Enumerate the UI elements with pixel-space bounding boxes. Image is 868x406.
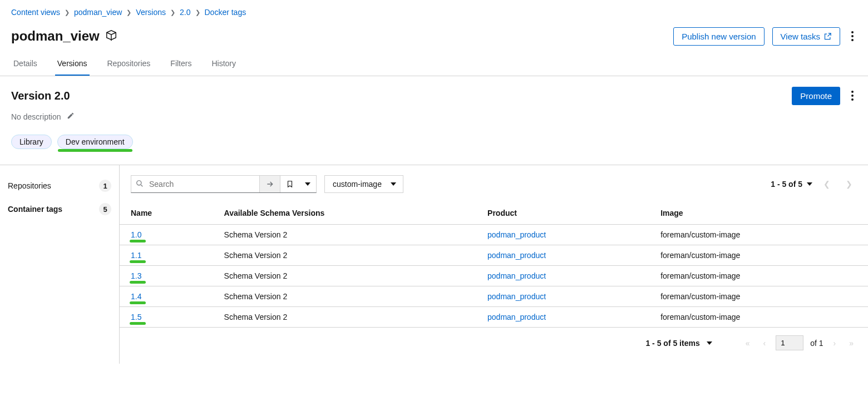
chevron-right-icon: ❯ bbox=[65, 9, 70, 16]
content-panel: custom-image 1 - 5 of 5 ❮ ❯ Name Availab… bbox=[120, 165, 868, 364]
chip-dev-environment[interactable]: Dev environment bbox=[57, 135, 133, 149]
description-row: No description bbox=[0, 108, 868, 132]
svg-point-0 bbox=[137, 180, 141, 185]
search-icon bbox=[136, 180, 144, 189]
product-link[interactable]: podman_product bbox=[487, 230, 546, 239]
annotation-underline bbox=[130, 240, 146, 242]
annotation-underline bbox=[130, 281, 146, 284]
count-badge: 1 bbox=[99, 180, 111, 192]
breadcrumb-item-4[interactable]: Docker tags bbox=[205, 8, 246, 17]
next-page-icon: › bbox=[830, 336, 840, 350]
search-submit-button[interactable] bbox=[259, 176, 280, 192]
footer-range: 1 - 5 of 5 items bbox=[645, 339, 699, 348]
breadcrumb-item-2[interactable]: Versions bbox=[136, 8, 166, 17]
footer-pager: 1 - 5 of 5 items « ‹ of 1 › » bbox=[120, 328, 868, 364]
chevron-right-icon: ❯ bbox=[170, 9, 175, 16]
side-nav-label: Repositories bbox=[8, 181, 51, 190]
caret-down-icon bbox=[391, 182, 396, 186]
side-nav-repositories[interactable]: Repositories 1 bbox=[6, 174, 114, 197]
tab-details[interactable]: Details bbox=[11, 53, 40, 76]
cell-schema: Schema Version 2 bbox=[213, 245, 476, 266]
caret-down-icon bbox=[305, 182, 310, 186]
product-link[interactable]: podman_product bbox=[487, 292, 546, 301]
pencil-icon[interactable] bbox=[67, 112, 75, 121]
version-title: Version 2.0 bbox=[11, 90, 70, 102]
cell-image: foreman/custom-image bbox=[649, 266, 868, 286]
publish-new-version-button[interactable]: Publish new version bbox=[673, 27, 764, 46]
tab-filters[interactable]: Filters bbox=[168, 53, 194, 76]
header-kebab-menu[interactable] bbox=[848, 27, 857, 46]
chevron-right-icon: ❯ bbox=[195, 9, 200, 16]
cell-schema: Schema Version 2 bbox=[213, 266, 476, 286]
content-view-icon bbox=[105, 29, 117, 43]
col-schema: Available Schema Versions bbox=[213, 201, 476, 225]
annotation-underline bbox=[130, 260, 146, 263]
tag-name-link[interactable]: 1.1 bbox=[131, 251, 141, 260]
cell-schema: Schema Version 2 bbox=[213, 307, 476, 328]
count-badge: 5 bbox=[99, 203, 111, 215]
table-row: 1.1 Schema Version 2 podman_product fore… bbox=[120, 245, 868, 266]
chevron-right-icon: ❯ bbox=[126, 9, 131, 16]
page-of-text: of 1 bbox=[810, 339, 823, 348]
breadcrumb-item-3[interactable]: 2.0 bbox=[180, 8, 190, 17]
arrow-right-icon bbox=[265, 180, 274, 189]
page-header: podman_view Publish new version View tas… bbox=[0, 22, 868, 53]
search-group bbox=[131, 175, 317, 193]
view-tasks-label: View tasks bbox=[781, 32, 820, 41]
tag-name-link[interactable]: 1.5 bbox=[131, 313, 141, 321]
repo-select-value: custom-image bbox=[333, 180, 382, 189]
cell-schema: Schema Version 2 bbox=[213, 286, 476, 307]
prev-page-icon: ‹ bbox=[760, 336, 770, 350]
side-nav-label: Container tags bbox=[8, 205, 62, 214]
annotation-underline bbox=[130, 322, 146, 325]
tag-name-link[interactable]: 1.0 bbox=[131, 230, 141, 239]
description-text: No description bbox=[11, 112, 61, 121]
version-kebab-menu[interactable] bbox=[848, 86, 857, 105]
breadcrumb-item-1[interactable]: podman_view bbox=[74, 8, 122, 17]
external-link-icon bbox=[823, 32, 832, 41]
tab-repositories[interactable]: Repositories bbox=[105, 53, 153, 76]
breadcrumb: Content views ❯ podman_view ❯ Versions ❯… bbox=[0, 0, 868, 22]
table-row: 1.3 Schema Version 2 podman_product fore… bbox=[120, 266, 868, 286]
tab-versions[interactable]: Versions bbox=[55, 53, 90, 76]
first-page-icon: « bbox=[742, 336, 753, 350]
page-number-input[interactable] bbox=[776, 335, 803, 350]
table-row: 1.0 Schema Version 2 podman_product fore… bbox=[120, 225, 868, 245]
chip-label: Library bbox=[19, 137, 43, 146]
next-page-icon: ❯ bbox=[841, 177, 857, 191]
bookmark-icon bbox=[286, 180, 294, 188]
promote-button[interactable]: Promote bbox=[792, 87, 840, 105]
environment-chips: Library Dev environment bbox=[0, 132, 868, 165]
col-image: Image bbox=[649, 201, 868, 225]
table-row: 1.4 Schema Version 2 podman_product fore… bbox=[120, 286, 868, 307]
table-row: 1.5 Schema Version 2 podman_product fore… bbox=[120, 307, 868, 328]
tag-name-link[interactable]: 1.3 bbox=[131, 271, 141, 280]
prev-page-icon: ❮ bbox=[819, 177, 835, 191]
cell-image: foreman/custom-image bbox=[649, 307, 868, 328]
toolbar: custom-image 1 - 5 of 5 ❮ ❯ bbox=[120, 173, 868, 201]
side-nav-container-tags[interactable]: Container tags 5 bbox=[6, 197, 114, 221]
product-link[interactable]: podman_product bbox=[487, 271, 546, 280]
subheader: Version 2.0 Promote bbox=[0, 76, 868, 108]
cell-image: foreman/custom-image bbox=[649, 286, 868, 307]
result-range: 1 - 5 of 5 bbox=[771, 180, 802, 189]
product-link[interactable]: podman_product bbox=[487, 313, 546, 321]
search-input[interactable] bbox=[147, 176, 255, 192]
tag-name-link[interactable]: 1.4 bbox=[131, 292, 141, 301]
repo-select[interactable]: custom-image bbox=[324, 175, 403, 193]
tab-history[interactable]: History bbox=[209, 53, 238, 76]
product-link[interactable]: podman_product bbox=[487, 251, 546, 260]
bookmark-button[interactable] bbox=[280, 176, 299, 192]
view-tasks-button[interactable]: View tasks bbox=[772, 27, 840, 46]
caret-down-icon[interactable] bbox=[707, 341, 712, 345]
chip-library[interactable]: Library bbox=[11, 135, 52, 149]
side-nav: Repositories 1 Container tags 5 bbox=[0, 165, 120, 364]
annotation-underline bbox=[58, 149, 132, 152]
annotation-underline bbox=[130, 301, 146, 304]
col-product: Product bbox=[476, 201, 649, 225]
bookmark-dropdown-button[interactable] bbox=[299, 176, 316, 192]
caret-down-icon[interactable] bbox=[807, 182, 812, 186]
cell-schema: Schema Version 2 bbox=[213, 225, 476, 245]
page-title: podman_view bbox=[11, 28, 100, 44]
breadcrumb-item-0[interactable]: Content views bbox=[11, 8, 60, 17]
